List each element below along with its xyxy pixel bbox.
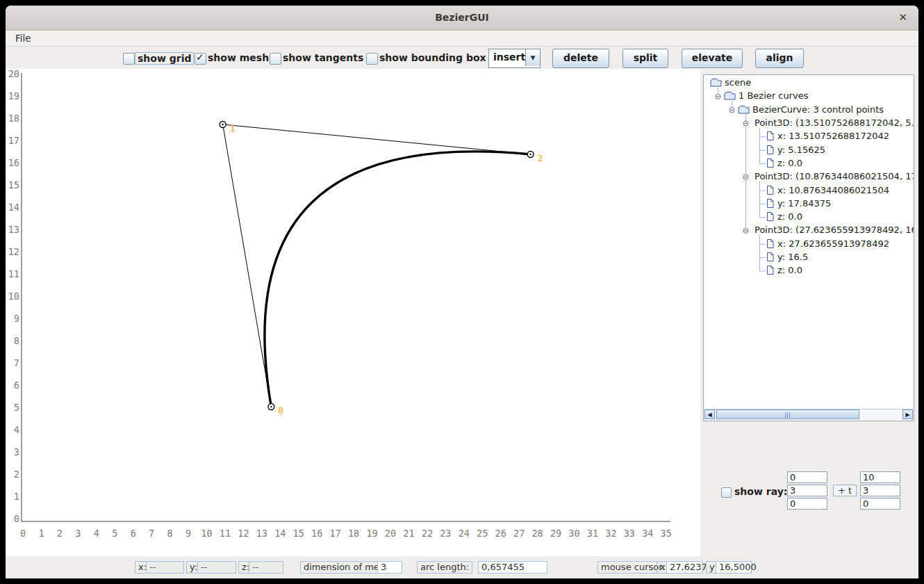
folder-icon xyxy=(724,91,736,100)
show-bounding-box-checkbox[interactable] xyxy=(366,53,378,65)
cursor-x-field[interactable]: 27,6237 xyxy=(666,561,703,574)
tree-row-scene[interactable]: scene xyxy=(704,76,913,89)
svg-text:23: 23 xyxy=(440,528,451,539)
svg-text:5: 5 xyxy=(14,402,19,413)
show-grid-label[interactable]: show grid xyxy=(135,52,194,65)
svg-text:25: 25 xyxy=(477,528,488,539)
svg-text:11: 11 xyxy=(8,268,19,279)
svg-text:30: 30 xyxy=(568,528,579,539)
show-bounding-box-label[interactable]: show bounding box xyxy=(379,52,486,63)
tree-row-coord[interactable]: x: 10.876344086021504 xyxy=(704,183,913,196)
svg-text:9: 9 xyxy=(185,528,191,539)
tree-row-point3d[interactable]: Point3D: (13.510752688172042, 5.15625, 0… xyxy=(704,116,913,129)
svg-text:1: 1 xyxy=(230,123,236,133)
elevate-button[interactable]: elevate xyxy=(682,49,743,68)
tree-row-coord[interactable]: x: 27.623655913978492 xyxy=(704,237,913,250)
cursor-y-field[interactable]: 16,5000 xyxy=(716,561,752,574)
tree-row-curves[interactable]: 1 Bezier curves xyxy=(704,89,913,102)
scene-tree-panel: scene 1 Bezier curves BezierCurve: 3 con… xyxy=(703,74,914,421)
tree-row-coord[interactable]: z: 0.0 xyxy=(704,210,913,223)
svg-text:21: 21 xyxy=(403,528,414,539)
tree-row-coord[interactable]: y: 16.5 xyxy=(704,250,913,263)
arc-length-label: arc length: xyxy=(417,561,472,574)
ray-direction-z-field[interactable] xyxy=(860,498,900,510)
menu-file[interactable]: File xyxy=(13,33,34,44)
z-value-field[interactable]: -- xyxy=(249,561,283,574)
svg-text:29: 29 xyxy=(550,528,561,539)
tree-row-coord[interactable]: y: 5.15625 xyxy=(704,143,913,156)
delete-button[interactable]: delete xyxy=(552,49,609,68)
svg-text:15: 15 xyxy=(8,179,19,190)
chevron-down-icon[interactable]: ▼ xyxy=(525,49,540,66)
tree-row-coord[interactable]: x: 13.510752688172042 xyxy=(704,129,913,143)
scroll-left-icon[interactable]: ◀ xyxy=(704,409,715,419)
tree-row-coord[interactable]: y: 17.84375 xyxy=(704,197,913,210)
tree-rows: scene 1 Bezier curves BezierCurve: 3 con… xyxy=(704,76,913,277)
check-icon: ✓ xyxy=(196,51,204,63)
tree-row-point3d[interactable]: Point3D: (27.623655913978492, 16.5, 0.0) xyxy=(704,223,913,236)
scroll-right-icon[interactable]: ▶ xyxy=(902,409,913,419)
svg-text:27: 27 xyxy=(513,528,525,539)
arc-length-field[interactable]: 0,657455 xyxy=(478,561,547,574)
folder-icon xyxy=(710,78,722,87)
tree-row-beziercurve[interactable]: BezierCurve: 3 control points xyxy=(704,103,913,116)
show-tangents-checkbox[interactable] xyxy=(270,53,281,65)
ray-direction-y-field[interactable] xyxy=(860,485,900,496)
y-value-field[interactable]: -- xyxy=(197,561,236,574)
svg-text:2: 2 xyxy=(57,528,63,539)
tree-row-point3d[interactable]: Point3D: (10.876344086021504, 17.84375, … xyxy=(704,170,913,183)
ray-origin-x-field[interactable] xyxy=(787,471,827,483)
scrollbar-thumb[interactable] xyxy=(716,409,859,419)
file-icon xyxy=(766,145,775,155)
svg-text:18: 18 xyxy=(348,528,359,539)
show-mesh-checkbox[interactable]: ✓ xyxy=(195,53,206,65)
ray-origin-y-field[interactable] xyxy=(787,485,827,496)
svg-text:19: 19 xyxy=(366,528,377,539)
svg-text:32: 32 xyxy=(605,528,616,539)
svg-text:22: 22 xyxy=(422,528,433,539)
svg-text:13: 13 xyxy=(256,528,267,539)
tree-row-coord[interactable]: z: 0.0 xyxy=(704,263,913,277)
svg-text:9: 9 xyxy=(14,313,19,324)
svg-text:20: 20 xyxy=(385,528,396,539)
file-icon xyxy=(766,185,775,195)
svg-text:0: 0 xyxy=(20,528,26,539)
insert-combobox-value: insert xyxy=(493,51,525,63)
svg-text:19: 19 xyxy=(8,90,19,102)
svg-text:6: 6 xyxy=(131,528,136,539)
ray-direction-x-field[interactable] xyxy=(860,471,900,483)
svg-text:17: 17 xyxy=(330,528,341,539)
svg-text:6: 6 xyxy=(14,380,19,391)
svg-text:26: 26 xyxy=(495,528,506,539)
show-ray-checkbox[interactable] xyxy=(721,487,732,498)
svg-text:10: 10 xyxy=(201,528,212,539)
svg-text:14: 14 xyxy=(274,528,286,539)
svg-text:18: 18 xyxy=(8,113,19,124)
mesh-dimension-field[interactable]: 3 xyxy=(377,561,402,574)
split-button[interactable]: split xyxy=(622,49,668,68)
svg-text:17: 17 xyxy=(8,135,19,146)
folder-icon xyxy=(738,105,750,114)
tree-row-coord[interactable]: z: 0.0 xyxy=(704,156,913,170)
svg-text:24: 24 xyxy=(459,528,470,539)
close-icon[interactable]: ✕ xyxy=(898,11,907,24)
title-bar: BezierGUI ✕ xyxy=(6,6,918,31)
svg-text:3: 3 xyxy=(75,528,81,539)
bezier-canvas[interactable]: 0123456789101112131415161718192021222324… xyxy=(6,69,700,556)
file-icon xyxy=(766,252,775,262)
show-tangents-label[interactable]: show tangents xyxy=(283,52,363,63)
file-icon xyxy=(766,158,775,168)
ray-origin-z-field[interactable] xyxy=(787,498,827,510)
svg-text:2: 2 xyxy=(538,153,543,163)
show-ray-label: show ray: xyxy=(734,486,787,497)
show-mesh-label[interactable]: show mesh xyxy=(208,52,269,63)
insert-combobox[interactable]: insert ▼ xyxy=(488,49,541,68)
show-grid-checkbox[interactable] xyxy=(123,53,135,65)
tree-horizontal-scrollbar[interactable]: ◀ ▶ xyxy=(704,409,913,420)
svg-text:7: 7 xyxy=(14,357,19,368)
align-button[interactable]: align xyxy=(755,49,804,68)
x-value-field[interactable]: -- xyxy=(146,561,184,574)
svg-text:16: 16 xyxy=(311,528,322,539)
svg-text:28: 28 xyxy=(531,528,543,539)
file-icon xyxy=(766,211,775,222)
